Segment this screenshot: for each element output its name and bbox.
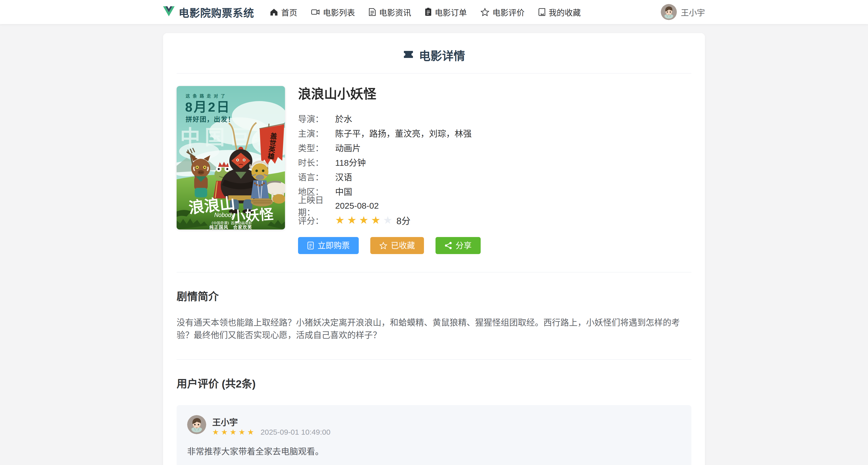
nav-label: 首页 (281, 6, 297, 18)
synopsis-section: 剧情简介 没有通天本领也能踏上取经路？小猪妖决定离开浪浪山，和蛤蟆精、黄鼠狼精、… (177, 288, 691, 341)
nav-label: 电影订单 (435, 6, 467, 18)
nav-label: 电影列表 (323, 6, 355, 18)
nav-label: 我的收藏 (549, 6, 581, 18)
divider (177, 73, 691, 73)
share-icon (444, 242, 452, 250)
review-comment: 非常推荐大家带着全家去电脑观看。 (187, 446, 681, 457)
page-title-text: 电影详情 (419, 46, 465, 63)
svg-text:8月2日: 8月2日 (185, 100, 231, 114)
field-region: 地区： 中国 (298, 186, 691, 196)
reviews-section: 用户评价 (共2条) 王小宇 ★★★★★ 2025-09-01 10:49:00… (177, 375, 691, 465)
review-date: 2025-09-01 10:49:00 (261, 428, 331, 436)
vue-logo-icon (163, 6, 175, 18)
reviewer-avatar (187, 415, 206, 434)
ticket-doc-icon (307, 242, 314, 250)
brand[interactable]: 电影院购票系统 (163, 4, 254, 20)
nav-item-movie-reviews[interactable]: 电影评价 (480, 6, 525, 18)
nav-item-movie-news[interactable]: 电影资讯 (369, 6, 411, 18)
page-title: 电影详情 (177, 45, 691, 63)
nav-item-home[interactable]: 首页 (270, 6, 297, 18)
news-document-icon (369, 8, 376, 16)
synopsis-heading: 剧情简介 (177, 288, 691, 303)
synopsis-text: 没有通天本领也能踏上取经路？小猪妖决定离开浪浪山，和蛤蟆精、黄鼠狼精、猩猩怪组团… (177, 316, 691, 341)
share-button[interactable]: 分享 (435, 237, 480, 254)
favorited-button[interactable]: 已收藏 (370, 237, 424, 254)
review-stars: ★★★★★ (212, 428, 254, 436)
reviewer-name: 王小宇 (212, 415, 331, 428)
field-release-date: 上映日期： 2025-08-02 (298, 200, 691, 211)
svg-text:《中国奇谭》首部动画电影: 《中国奇谭》首部动画电影 (210, 221, 252, 225)
movie-title: 浪浪山小妖怪 (298, 87, 691, 101)
field-duration: 时长： 118分钟 (298, 157, 691, 167)
star-icon (480, 8, 490, 16)
ticket-icon (403, 48, 414, 62)
rating-score: 8分 (396, 214, 410, 227)
field-language: 语言： 汉语 (298, 171, 691, 182)
nav-item-movie-list[interactable]: 电影列表 (311, 6, 355, 18)
svg-text:这条路走对了: 这条路走对了 (186, 94, 228, 99)
buy-ticket-button[interactable]: 立即购票 (298, 237, 359, 254)
user-name: 王小宇 (681, 6, 705, 18)
app-title: 电影院购票系统 (179, 4, 254, 20)
video-camera-icon (311, 8, 320, 16)
field-cast: 主演： 陈子平，路扬，董汶亮，刘琮，林强 (298, 128, 691, 138)
movie-poster: 这条路走对了 8月2日 拼好团，出发！ 中国巨幕 盖世英雄 (177, 86, 285, 229)
movie-detail-card: 电影详情 (163, 33, 705, 465)
nav-menu: 首页 电影列表 电影资讯 (270, 6, 581, 18)
rating-stars: ★★★★★ (335, 215, 392, 225)
user-avatar[interactable] (661, 4, 677, 20)
svg-text:纯正国风 合家欢笑: 纯正国风 合家欢笑 (210, 225, 252, 229)
movie-fields: 导演： 於水 主演： 陈子平，路扬，董汶亮，刘琮，林强 类型： 动画片 时长： … (298, 113, 691, 225)
user-menu[interactable]: 王小宇 (661, 4, 705, 20)
nav-label: 电影资讯 (379, 6, 411, 18)
svg-text:拼好团，出发！: 拼好团，出发！ (186, 116, 235, 123)
nav-item-my-favorites[interactable]: 我的收藏 (538, 6, 581, 18)
action-buttons: 立即购票 已收藏 (298, 237, 691, 254)
collection-icon (538, 8, 546, 16)
movie-info: 浪浪山小妖怪 导演： 於水 主演： 陈子平，路扬，董汶亮，刘琮，林强 类型： 动… (298, 86, 691, 254)
top-navbar: 电影院购票系统 首页 电影列表 (0, 0, 868, 24)
order-clipboard-icon (425, 8, 432, 16)
field-rating: 评分： ★★★★★ 8分 (298, 215, 691, 225)
star-outline-icon (379, 242, 388, 250)
home-icon (270, 8, 278, 16)
nav-label: 电影评价 (492, 6, 525, 18)
review-card: 王小宇 ★★★★★ 2025-09-01 10:49:00 非常推荐大家带着全家… (177, 405, 691, 465)
field-genre: 类型： 动画片 (298, 142, 691, 153)
nav-item-movie-orders[interactable]: 电影订单 (425, 6, 467, 18)
field-director: 导演： 於水 (298, 113, 691, 124)
movie-info-section: 这条路走对了 8月2日 拼好团，出发！ 中国巨幕 盖世英雄 (177, 86, 691, 254)
reviews-heading: 用户评价 (共2条) (177, 375, 691, 391)
movie-detail-page: 电影院购票系统 首页 电影列表 (0, 0, 868, 465)
